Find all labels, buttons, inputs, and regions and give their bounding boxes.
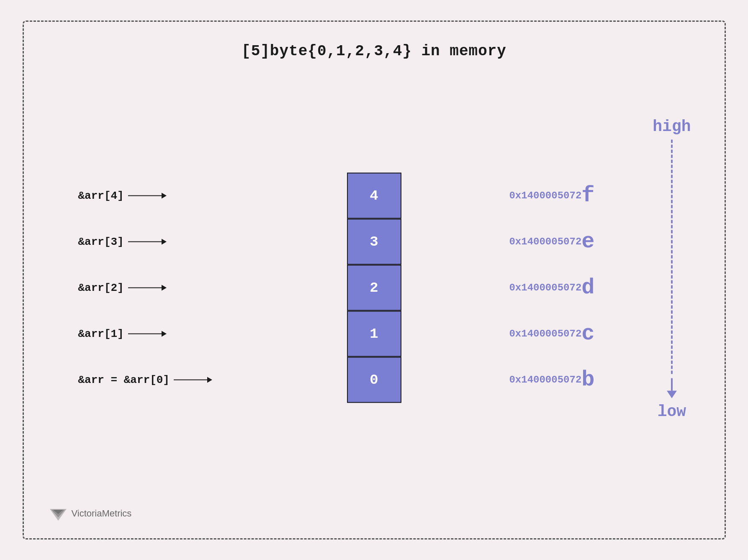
level-indicator: high low xyxy=(653,117,691,420)
label-group: &arr[4] &arr[3] &arr[2] xyxy=(78,172,212,403)
arr3-label: &arr[3] xyxy=(78,235,124,248)
arr0-label: &arr = &arr[0] xyxy=(78,373,170,386)
addr3-base: 0x1400005072 xyxy=(509,236,581,247)
arrow2-line xyxy=(128,287,162,288)
addr1-base: 0x1400005072 xyxy=(509,328,581,339)
addr4-base: 0x1400005072 xyxy=(509,190,581,201)
arrow1 xyxy=(128,331,167,337)
arrow3-line xyxy=(128,241,162,242)
arrow-down xyxy=(667,378,677,398)
arrow0-line xyxy=(174,379,207,380)
diagram-title: [5]byte{0,1,2,3,4} in memory xyxy=(242,43,506,60)
logo: VictoriaMetrics xyxy=(49,506,132,521)
array-cell-1: 1 xyxy=(347,311,401,357)
arrow4-head xyxy=(162,193,167,198)
address-group: 0x1400005072 f 0x1400005072 e 0x14000050… xyxy=(509,172,594,403)
arrow4 xyxy=(128,193,167,198)
array-cell-3: 3 xyxy=(347,218,401,265)
arrow3 xyxy=(128,239,167,244)
arrow1-head xyxy=(162,331,167,337)
level-high-label: high xyxy=(653,117,691,135)
arrow0 xyxy=(174,377,212,383)
level-low-label: low xyxy=(658,402,686,420)
addr2-suffix: d xyxy=(581,277,594,298)
list-item: &arr[2] xyxy=(78,265,212,311)
list-item: &arr[1] xyxy=(78,311,212,357)
logo-text: VictoriaMetrics xyxy=(72,508,132,519)
main-container: [5]byte{0,1,2,3,4} in memory &arr[4] &ar… xyxy=(23,21,726,539)
arrow2 xyxy=(128,285,167,290)
arr4-label: &arr[4] xyxy=(78,189,124,202)
arrow4-line xyxy=(128,195,162,196)
list-item: 0x1400005072 f xyxy=(509,172,594,218)
arrow3-head xyxy=(162,239,167,244)
diagram-area: &arr[4] &arr[3] &arr[2] xyxy=(24,60,725,538)
array-cell-4: 4 xyxy=(347,172,401,218)
addr0-suffix: b xyxy=(581,369,594,390)
arrow-down-stem xyxy=(671,378,673,390)
addr1-suffix: c xyxy=(581,323,594,344)
addr3-suffix: e xyxy=(581,231,594,252)
array-block: 4 3 2 1 0 xyxy=(347,172,401,403)
arrow1-line xyxy=(128,333,162,334)
list-item: 0x1400005072 b xyxy=(509,357,594,403)
list-item: 0x1400005072 d xyxy=(509,265,594,311)
addr4-suffix: f xyxy=(581,185,594,206)
victoriametrics-logo-icon xyxy=(49,506,67,521)
list-item: &arr[4] xyxy=(78,172,212,218)
arr2-label: &arr[2] xyxy=(78,281,124,294)
arrow0-head xyxy=(207,377,212,383)
addr2-base: 0x1400005072 xyxy=(509,282,581,293)
list-item: &arr[3] xyxy=(78,218,212,265)
addr0-base: 0x1400005072 xyxy=(509,374,581,385)
arr1-label: &arr[1] xyxy=(78,327,124,340)
arrow-down-head xyxy=(667,390,677,398)
dashed-vertical-line xyxy=(671,139,673,374)
arrow2-head xyxy=(162,285,167,290)
list-item: &arr = &arr[0] xyxy=(78,357,212,403)
array-cell-2: 2 xyxy=(347,265,401,311)
list-item: 0x1400005072 c xyxy=(509,311,594,357)
array-cell-0: 0 xyxy=(347,357,401,403)
list-item: 0x1400005072 e xyxy=(509,218,594,265)
